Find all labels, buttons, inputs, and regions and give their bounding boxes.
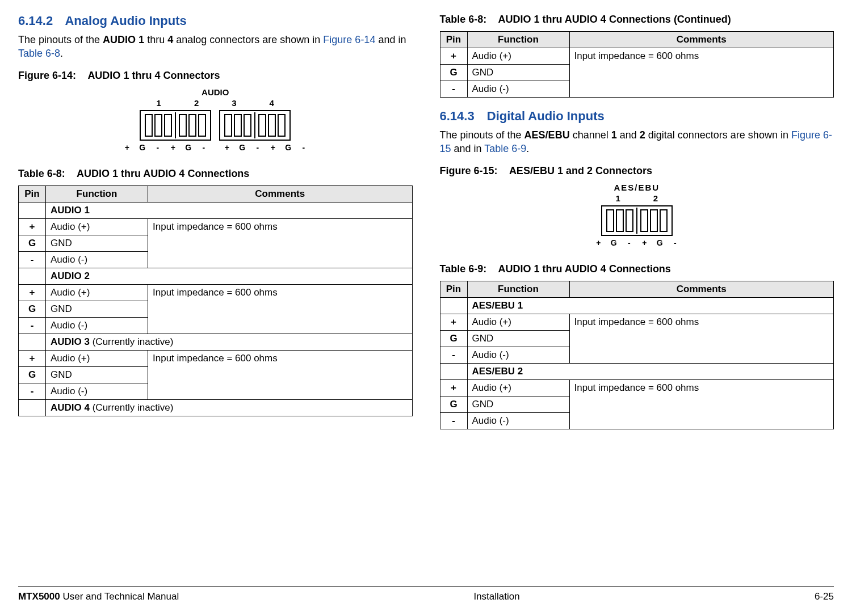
link-table-6-8[interactable]: Table 6-8 <box>18 48 60 59</box>
table-6-9: Pin Function Comments AES/EBU 1 +Audio (… <box>440 281 834 429</box>
th-function: Function <box>46 185 148 202</box>
table-header-row: Pin Function Comments <box>19 185 413 202</box>
footer-page-number: 6-25 <box>815 591 834 602</box>
th-comments: Comments <box>148 185 413 202</box>
th-pin: Pin <box>19 185 46 202</box>
table-header-row: Pin Function Comments <box>440 32 834 48</box>
connector-row <box>601 205 673 236</box>
footer-left: MTX5000 User and Technical Manual <box>18 591 179 602</box>
digital-paragraph: The pinouts of the AES/EBU channel 1 and… <box>440 128 834 156</box>
page-footer: MTX5000 User and Technical Manual Instal… <box>18 586 834 602</box>
table-row: AUDIO 2 <box>19 268 413 284</box>
table-6-8-caption: Table 6-8: AUDIO 1 thru AUDIO 4 Connecti… <box>18 168 413 180</box>
table-row: AUDIO 4 (Currently inactive) <box>19 399 413 416</box>
table-row: +Audio (+)Input impedance = 600 ohms <box>19 284 413 301</box>
connector-port <box>636 208 670 234</box>
pin-labels: +G-+G- <box>591 238 683 247</box>
table-6-8-continued: Pin Function Comments +Audio (+)Input im… <box>440 31 834 98</box>
table-row: +Audio (+)Input impedance = 600 ohms <box>19 218 413 235</box>
table-row: AUDIO 3 (Currently inactive) <box>19 334 413 350</box>
table-header-row: Pin Function Comments <box>440 281 834 297</box>
table-6-8-continued-caption: Table 6-8: AUDIO 1 thru AUDIO 4 Connecti… <box>440 14 834 26</box>
section-number: 6.14.2 <box>18 14 53 28</box>
connector-port <box>254 112 288 138</box>
connector-label: AES/EBU <box>614 183 660 192</box>
connector-port <box>142 112 175 138</box>
table-row: +Audio (+)Input impedance = 600 ohms <box>440 379 834 396</box>
connector-block <box>140 110 211 141</box>
section-number: 6.14.3 <box>440 109 475 123</box>
right-column: Table 6-8: AUDIO 1 thru AUDIO 4 Connecti… <box>440 14 834 429</box>
connector-port <box>603 208 636 234</box>
section-title: Analog Audio Inputs <box>65 14 186 28</box>
figure-6-14-caption: Figure 6-14: AUDIO 1 thru 4 Connectors <box>18 70 413 82</box>
link-table-6-9[interactable]: Table 6-9 <box>484 143 526 154</box>
table-row: AUDIO 1 <box>19 202 413 218</box>
connector-label: AUDIO <box>202 87 229 97</box>
table-row: AES/EBU 1 <box>440 297 834 314</box>
figure-6-14-diagram: AUDIO 1 2 3 4 +G-+G-+G-+G- <box>18 87 413 152</box>
connector-numbers: 1 2 3 4 <box>157 98 274 108</box>
section-heading-digital: 6.14.3 Digital Audio Inputs <box>440 109 834 124</box>
section-title: Digital Audio Inputs <box>487 109 605 123</box>
figure-6-15-caption: Figure 6-15: AES/EBU 1 and 2 Connectors <box>440 165 834 177</box>
connector-port <box>175 112 209 138</box>
table-row: +Audio (+)Input impedance = 600 ohms <box>440 314 834 330</box>
link-figure-6-14[interactable]: Figure 6-14 <box>323 34 375 45</box>
figure-6-15-diagram: AES/EBU 1 2 +G-+G- <box>440 183 834 247</box>
connector-row <box>140 110 291 141</box>
table-6-9-caption: Table 6-9: AUDIO 1 thru AUDIO 4 Connecti… <box>440 263 834 275</box>
pin-labels: +G-+G-+G-+G- <box>119 143 311 152</box>
table-6-8: Pin Function Comments AUDIO 1 +Audio (+)… <box>18 185 413 416</box>
connector-port <box>221 112 254 138</box>
left-column: 6.14.2 Analog Audio Inputs The pinouts o… <box>18 14 413 429</box>
table-row: AES/EBU 2 <box>440 363 834 379</box>
footer-center: Installation <box>473 591 519 602</box>
section-heading-analog: 6.14.2 Analog Audio Inputs <box>18 14 413 28</box>
page-content: 6.14.2 Analog Audio Inputs The pinouts o… <box>18 14 834 429</box>
table-row: +Audio (+)Input impedance = 600 ohms <box>19 350 413 366</box>
connector-block <box>219 110 291 141</box>
connector-block <box>601 205 673 236</box>
analog-paragraph: The pinouts of the AUDIO 1 thru 4 analog… <box>18 33 413 61</box>
connector-numbers: 1 2 <box>615 193 658 203</box>
table-row: +Audio (+)Input impedance = 600 ohms <box>440 48 834 65</box>
